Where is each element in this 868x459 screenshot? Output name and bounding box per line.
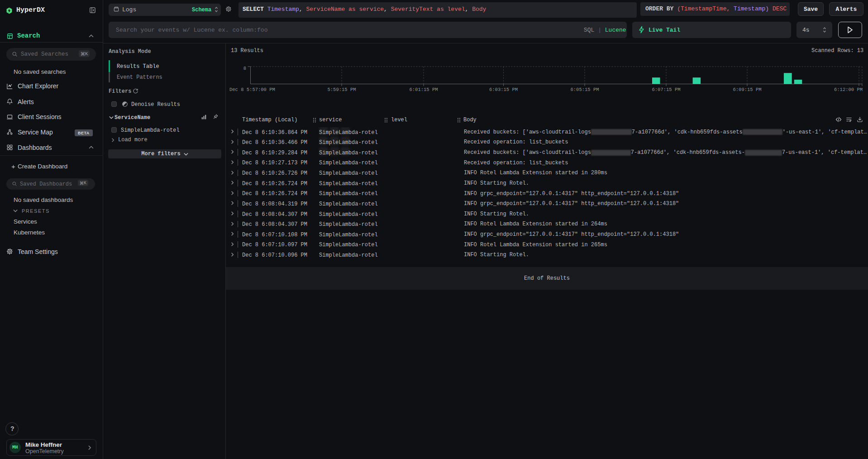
svg-text:8: 8 [243, 66, 246, 71]
svg-text:Dec 8 5:57:00 PM: Dec 8 5:57:00 PM [229, 87, 275, 92]
svg-text:6:07:15 PM: 6:07:15 PM [652, 87, 680, 92]
svg-text:5:59:15 PM: 5:59:15 PM [327, 87, 356, 92]
svg-text:6:03:15 PM: 6:03:15 PM [489, 87, 518, 92]
svg-text:6:12:00 PM: 6:12:00 PM [834, 87, 863, 92]
svg-text:6:05:15 PM: 6:05:15 PM [570, 87, 599, 92]
svg-text:6:01:15 PM: 6:01:15 PM [409, 87, 438, 92]
svg-text:6:09:15 PM: 6:09:15 PM [733, 87, 761, 92]
